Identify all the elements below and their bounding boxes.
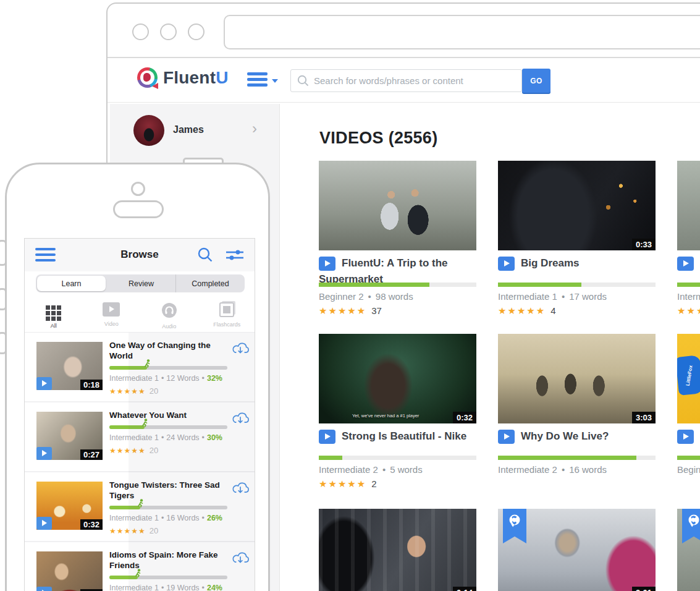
video-title: Why Do We Live? [498,428,656,444]
thumbnail: 0:32 [36,482,103,530]
search-icon [297,75,309,87]
video-meta: Intermediate 1•17 words [498,291,607,302]
video-card[interactable]: 3 Intermediate 1 ★★★★★ [677,161,700,271]
speaker-slot [113,200,164,218]
video-meta: Intermediate 2•5 words [319,464,423,475]
duration-badge: 3:03 [632,412,656,423]
progress-fill [677,283,700,287]
item-title: Idioms of Spain: More Fake Friends [109,550,250,571]
progress-bar [498,456,656,460]
list-item[interactable]: 0:27 Whatever You Want [25,402,255,472]
video-level: Beginner 2 [319,291,364,302]
video-title: W [677,428,700,444]
item-meta: Intermediate 1•24 Words•30% [109,433,250,442]
video-meta: Beginner 2•98 words [319,291,413,302]
list-item[interactable]: 0:32 Tongue Twisters: Three Sad Tigers [25,472,255,542]
user-profile[interactable]: James › [110,104,279,159]
window-button[interactable] [132,23,149,40]
download-cloud-icon[interactable] [231,410,250,427]
item-meta: Intermediate 1•16 Words•26% [109,514,250,522]
page-title: VIDEOS (2556) [319,129,437,148]
play-icon [36,377,52,390]
fluentu-globe-icon [137,67,158,88]
progress-bar [109,425,227,429]
progress-fill [498,456,636,460]
user-name: James [173,124,204,135]
video-words: 5 words [390,464,423,475]
window-button[interactable] [188,23,205,40]
runner-icon [134,569,142,577]
brand-logo[interactable]: FluentU [137,67,229,88]
filter-audio[interactable]: Audio [140,297,198,332]
rating-row: ★★★★★20 [109,446,250,455]
video-card[interactable]: Yet, we've never had a #1 player 0:32 St… [319,334,476,444]
play-icon [319,430,335,444]
download-cloud-icon[interactable] [231,480,250,496]
flashcards-icon [219,302,234,317]
video-card[interactable]: LittleFox W Beginner [677,334,700,444]
progress-bar [319,456,476,460]
video-card[interactable]: 0:14 [319,509,476,591]
runner-icon [143,359,151,368]
progress-bar [677,283,700,287]
tab-completed[interactable]: Completed [175,274,245,292]
video-level: Intermediate 2 [319,464,378,475]
download-cloud-icon[interactable] [231,550,250,566]
video-thumbnail[interactable]: 0:14 [319,509,476,591]
search-icon[interactable] [197,247,213,265]
tab-review[interactable]: Review [107,274,175,292]
phone-mockup: Browse Learn [5,163,270,591]
screen-title: Browse [25,249,255,261]
search-input[interactable]: Search for words/phrases or content [290,69,522,92]
filter-flashcards[interactable]: Flashcards [198,297,256,332]
video-thumbnail[interactable]: LittleFox [677,334,700,423]
progress-fill [109,425,145,429]
star-rating: ★★★★★ [677,305,700,316]
video-card[interactable]: 3:01 [498,509,656,591]
video-thumbnail[interactable]: 3:03 [498,334,656,423]
list-item[interactable]: 0:18 One Way of Changing the World [25,333,255,402]
rating-row: ★★★★★ [677,305,700,317]
menu-button[interactable] [247,72,268,89]
item-meta: Intermediate 1•12 Words•32% [109,374,250,383]
video-card[interactable]: FluentU: A Trip to the Supermarket Begin… [319,161,476,287]
download-cloud-icon[interactable] [231,340,250,357]
item-title: One Way of Changing the World [109,340,250,361]
globe-badge-icon [507,513,522,529]
brand-name: FluentU [163,68,229,88]
segmented-control: Learn Review Completed [36,274,245,292]
filter-sliders-icon[interactable] [225,247,245,266]
progress-bar [109,366,227,370]
video-title: Strong Is Beautiful - Nike [319,428,476,444]
video-thumbnail[interactable] [319,161,476,250]
video-thumbnail[interactable]: Yet, we've never had a #1 player 0:32 [319,334,476,423]
star-rating: ★★★★★ [109,387,146,396]
video-level: Intermediate 1 [498,291,557,302]
progress-bar [109,506,227,509]
duration-badge: 0:33 [632,239,656,250]
go-button[interactable]: GO [522,69,550,93]
duration-badge: 0:18 [80,380,103,390]
video-card[interactable] [677,509,700,591]
filter-all[interactable]: All [25,297,83,332]
video-thumbnail[interactable] [677,161,700,250]
fluentu-ribbon-badge [503,509,526,543]
runner-icon [141,419,149,427]
list-item[interactable]: 0:18 Idioms of Spain: More Fake Friends [25,542,255,591]
window-button[interactable] [160,23,177,40]
filter-video[interactable]: Video [83,297,141,332]
grid-icon [46,305,61,321]
play-icon [36,587,52,591]
video-card[interactable]: 3:03 Why Do We Live? Intermediate 2•16 w… [498,334,656,444]
progress-bar [109,576,227,579]
video-card[interactable]: 0:33 Big Dreams Intermediate 1•17 words … [498,161,656,271]
browser-chrome [108,4,700,58]
tab-learn[interactable]: Learn [37,276,106,291]
video-thumbnail[interactable] [677,509,700,591]
chevron-down-icon[interactable] [272,79,278,83]
video-thumbnail[interactable]: 3:01 [498,509,656,591]
rating-row: ★★★★★4 [498,305,556,317]
video-thumbnail[interactable]: 0:33 [498,161,656,250]
rating-count: 20 [150,526,158,535]
url-bar[interactable] [224,15,700,49]
